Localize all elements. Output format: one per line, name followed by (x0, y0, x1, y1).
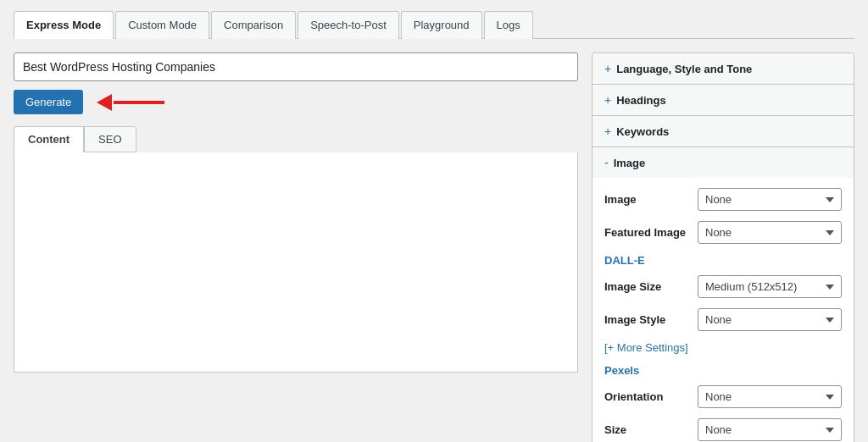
image-size-select[interactable]: Small (256x256) Medium (512x512) Large (… (698, 275, 842, 298)
image-style-select[interactable]: None Vivid Natural (698, 308, 842, 331)
tab-custom-mode[interactable]: Custom Mode (115, 11, 209, 39)
plus-icon-keywords: + (604, 124, 611, 138)
featured-image-select[interactable]: None Auto Manual (698, 221, 842, 244)
image-accordion-body: Image None Auto Manual Featured Image No… (593, 178, 854, 442)
accordion-headings: + Headings (593, 85, 854, 116)
image-select[interactable]: None Auto Manual (698, 188, 842, 211)
dalle-link[interactable]: DALL-E (604, 254, 842, 267)
generate-row: Generate (14, 90, 578, 114)
subtabs-bar: Content SEO (14, 126, 578, 152)
generate-button[interactable]: Generate (14, 90, 83, 114)
field-row-orientation: Orientation None Landscape Portrait Squa… (604, 385, 842, 408)
image-field-label: Image (604, 193, 698, 206)
image-style-label: Image Style (604, 313, 698, 326)
orientation-select[interactable]: None Landscape Portrait Square (698, 385, 842, 408)
accordion-header-image[interactable]: - Image (593, 147, 854, 178)
tab-playground[interactable]: Playground (401, 11, 482, 39)
minus-icon-image: - (604, 156, 609, 169)
page-wrapper: Express Mode Custom Mode Comparison Spee… (0, 0, 868, 442)
accordion-image: - Image Image None Auto Manual (593, 147, 854, 442)
more-settings-link[interactable]: [+ More Settings] (604, 341, 842, 354)
pexels-link[interactable]: Pexels (604, 364, 842, 377)
accordion-language-style-tone: + Language, Style and Tone (593, 53, 854, 85)
topic-input[interactable] (14, 52, 578, 81)
accordion-keywords: + Keywords (593, 116, 854, 147)
arrow-head-icon (97, 94, 112, 111)
plus-icon-headings: + (604, 93, 611, 107)
field-row-featured-image: Featured Image None Auto Manual (604, 221, 842, 244)
arrow-shape (97, 94, 164, 111)
accordion-label-image: Image (614, 157, 646, 169)
subtab-content[interactable]: Content (14, 126, 84, 152)
subtab-seo[interactable]: SEO (84, 126, 136, 152)
tab-express-mode[interactable]: Express Mode (14, 11, 114, 39)
orientation-label: Orientation (604, 390, 698, 403)
accordion-label-keywords: Keywords (616, 125, 669, 138)
main-layout: Generate Content SEO + (14, 52, 854, 442)
field-row-image-style: Image Style None Vivid Natural (604, 308, 842, 331)
size-label: Size (604, 423, 698, 436)
tab-logs[interactable]: Logs (484, 11, 533, 39)
field-row-image: Image None Auto Manual (604, 188, 842, 211)
plus-icon-language: + (604, 62, 611, 75)
left-panel: Generate Content SEO (14, 52, 578, 442)
size-select[interactable]: None Small Medium Large (698, 418, 842, 441)
accordion-header-language-style-tone[interactable]: + Language, Style and Tone (593, 53, 854, 84)
tabs-bar: Express Mode Custom Mode Comparison Spee… (14, 10, 854, 39)
accordion-label-headings: Headings (616, 94, 666, 107)
featured-image-label: Featured Image (604, 226, 698, 239)
content-area (14, 152, 578, 373)
accordion-header-keywords[interactable]: + Keywords (593, 116, 854, 146)
arrow-indicator (97, 94, 164, 111)
tab-speech-to-post[interactable]: Speech-to-Post (298, 11, 399, 39)
field-row-image-size: Image Size Small (256x256) Medium (512x5… (604, 275, 842, 298)
accordion-header-headings[interactable]: + Headings (593, 85, 854, 115)
accordion-label-language: Language, Style and Tone (616, 63, 752, 75)
field-row-size: Size None Small Medium Large (604, 418, 842, 441)
right-panel: + Language, Style and Tone + Headings + … (592, 52, 854, 442)
image-size-label: Image Size (604, 280, 698, 293)
tab-comparison[interactable]: Comparison (211, 11, 296, 39)
arrow-line (114, 101, 164, 104)
